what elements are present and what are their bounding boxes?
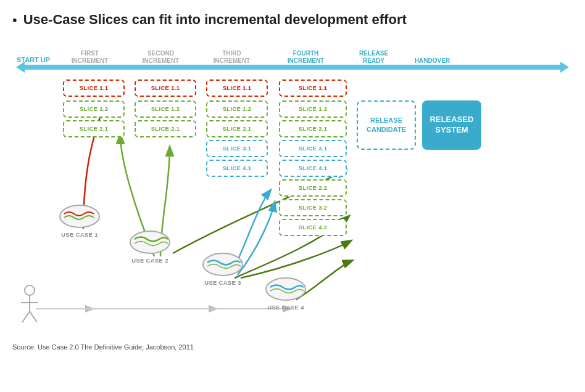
source-text: Source: Use Case 2.0 The Definitive Guid… [12,343,573,351]
use-case-3-oval [201,252,244,277]
main-title: Use-Case Slices can fit into incremental… [23,11,407,29]
phase-ready: RELEASEREADY [344,50,403,65]
release-candidate-box: RELEASECANDIDATE [357,100,416,150]
slice-fourth-4-1: SLICE 4.1 [279,160,347,177]
phase-handover: HANDOVER [403,57,462,65]
slice-third-2-1: SLICE 2.1 [206,120,268,137]
slice-fourth-1-1: SLICE 1.1 [279,80,347,97]
title-row: • Use-Case Slices can fit into increment… [12,11,573,29]
slice-fourth-2-1: SLICE 2.1 [279,120,347,137]
phase-second: SECONDINCREMENT [125,50,196,65]
main-container: • Use-Case Slices can fit into increment… [0,0,585,357]
svg-line-10 [22,311,30,322]
slice-fourth-3-1: SLICE 3.1 [279,140,347,157]
use-case-4-oval [264,277,307,301]
slice-fourth-2-2: SLICE 2.2 [279,179,347,197]
use-case-3-label: USE CASE 3 [204,279,241,286]
diagram-area: START UP FIRSTINCREMENT SECONDINCREMENT … [12,38,573,340]
use-case-2-label: USE CASE 2 [131,257,168,264]
use-case-1: USE CASE 1 [58,204,101,238]
slice-third-1-2: SLICE 1.2 [206,100,268,118]
slice-fourth-4-2: SLICE 4.2 [279,219,347,236]
slice-third-1-1: SLICE 1.1 [206,80,268,97]
use-case-4-label: USE CASE 4 [267,304,304,311]
phase-fourth: FOURTHINCREMENT [267,50,344,65]
slice-fourth-1-2: SLICE 1.2 [279,100,347,118]
slice-second-2-1: SLICE 2.1 [135,120,196,137]
stick-figure [19,284,41,330]
slice-second-1-2: SLICE 1.2 [135,100,196,118]
phase-first: FIRSTINCREMENT [54,50,125,65]
use-case-4: USE CASE 4 [264,277,307,311]
use-case-2: USE CASE 2 [128,230,172,264]
slice-first-2-1: SLICE 2.1 [63,120,125,137]
timeline-bar [21,65,564,70]
slice-second-1-1: SLICE 1.1 [135,80,196,97]
svg-point-7 [25,285,35,295]
released-system-box: RELEASEDSYSTEM [422,100,481,150]
slice-third-3-1: SLICE 3.1 [206,140,268,157]
phase-third: THIRDINCREMENT [196,50,267,65]
use-case-2-oval [128,230,172,255]
svg-line-11 [30,311,37,322]
slice-first-1-1: SLICE 1.1 [63,80,125,97]
slice-fourth-3-2: SLICE 3.2 [279,199,347,216]
use-case-1-oval [58,204,101,229]
slice-first-1-2: SLICE 1.2 [63,100,125,118]
slice-third-4-1: SLICE 4.1 [206,160,268,177]
use-case-3: USE CASE 3 [201,252,244,286]
use-case-1-label: USE CASE 1 [61,231,98,238]
bullet: • [12,12,17,28]
